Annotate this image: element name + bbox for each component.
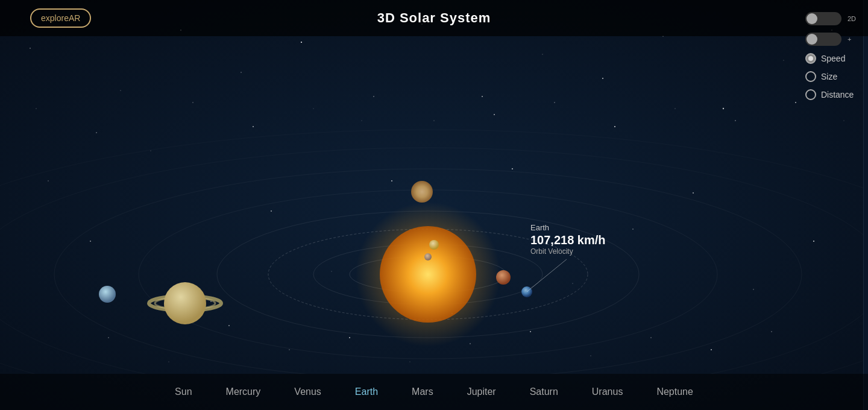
zoom-plus-label: + (848, 36, 851, 43)
zoom-toggle-switch[interactable] (805, 33, 841, 46)
tooltip-velocity: 107,218 km/h (530, 233, 606, 247)
earth-tooltip-line (527, 259, 567, 292)
planet-nav-mercury[interactable]: Mercury (221, 384, 266, 400)
speed-label: Speed (821, 54, 845, 63)
size-label: Size (821, 72, 837, 81)
right-scrollbar[interactable] (863, 0, 868, 410)
mercury-planet[interactable] (424, 253, 432, 260)
uranus-planet[interactable] (99, 286, 116, 303)
zoom-toggle-row[interactable]: + (805, 33, 856, 46)
size-radio[interactable] (805, 71, 816, 82)
explore-ar-button[interactable]: exploreAR (30, 8, 91, 28)
planet-nav-neptune[interactable]: Neptune (652, 384, 698, 400)
distance-label: Distance (821, 90, 854, 99)
mars-planet[interactable] (496, 270, 511, 285)
jupiter-planet[interactable] (411, 181, 433, 203)
zoom-knob (807, 34, 817, 45)
sun-planet[interactable] (380, 226, 476, 323)
planet-nav-bar: SunMercuryVenusEarthMarsJupiterSaturnUra… (0, 374, 868, 410)
tooltip-planet-name: Earth (530, 223, 606, 232)
planet-nav-uranus[interactable]: Uranus (587, 384, 628, 400)
solar-system-svg (0, 36, 868, 374)
toggle-knob (807, 13, 817, 24)
2d-label: 2D (848, 15, 856, 22)
speed-radio[interactable] (805, 53, 816, 64)
planet-nav-mars[interactable]: Mars (407, 384, 438, 400)
header: exploreAR 3D Solar System (0, 0, 868, 36)
2d-toggle-row[interactable]: 2D (805, 12, 856, 25)
distance-radio-row[interactable]: Distance (805, 89, 856, 100)
planet-nav-saturn[interactable]: Saturn (525, 384, 563, 400)
distance-radio[interactable] (805, 89, 816, 100)
speed-radio-row[interactable]: Speed (805, 53, 856, 64)
planet-nav-jupiter[interactable]: Jupiter (462, 384, 501, 400)
2d-toggle-switch[interactable] (805, 12, 841, 25)
controls-panel: 2D + Speed Size Distance (805, 12, 856, 100)
earth-info-tooltip: Earth 107,218 km/h Orbit Velocity (530, 223, 606, 256)
planet-nav-sun[interactable]: Sun (170, 384, 197, 400)
planet-nav-venus[interactable]: Venus (289, 384, 326, 400)
saturn-group[interactable] (149, 282, 221, 324)
tooltip-orbit-label: Orbit Velocity (530, 247, 606, 256)
page-title: 3D Solar System (377, 10, 491, 26)
solar-system-view: Earth 107,218 km/h Orbit Velocity (0, 36, 868, 374)
venus-planet[interactable] (429, 240, 439, 250)
size-radio-row[interactable]: Size (805, 71, 856, 82)
planet-nav-earth[interactable]: Earth (350, 384, 383, 400)
svg-point-57 (164, 282, 206, 324)
